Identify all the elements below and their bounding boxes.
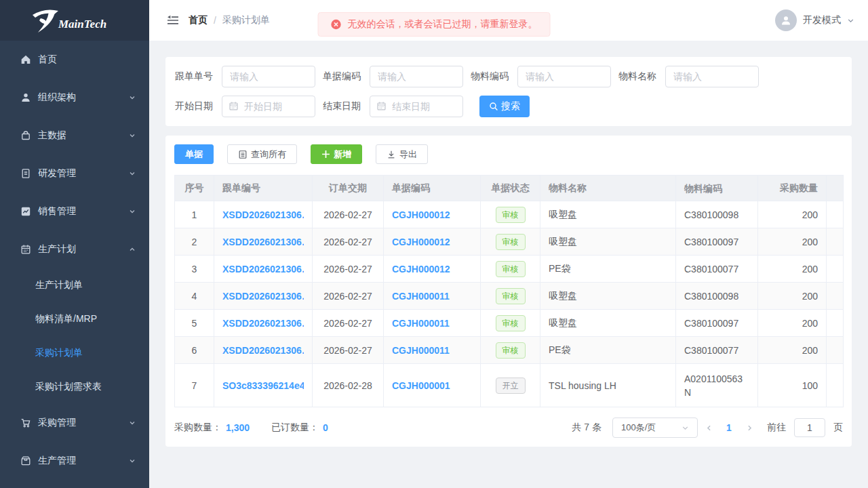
ordered-qty-value: 0 [323,422,328,433]
download-icon [387,150,396,159]
sidebar-subitem-bom-mrp[interactable]: 物料清单/MRP [0,302,149,336]
ordered-qty-label: 已订数量： [271,422,319,434]
doc-code-link[interactable]: CGJH000012 [392,209,472,220]
prev-page-button[interactable] [698,424,719,432]
sidebar-item-home[interactable]: 首页 [0,41,149,79]
document-icon [20,168,31,179]
goto-page: 前往 页 [767,418,843,437]
material-name-cell: 吸塑盘 [540,201,676,228]
query-all-button[interactable]: 查询所有 [227,144,297,164]
tracking-no-link[interactable]: XSDD2026021306… [222,291,304,302]
app-root: MainTech 首页 组织架构 主数据 研发管理 [0,0,868,488]
sidebar-item-label: 组织架构 [38,92,76,104]
toolbar: 单据 查询所有 新增 导出 [174,144,843,164]
table-row[interactable]: 6 XSDD2026021306… 2026-02-27 CGJH000011 … [175,337,844,364]
sidebar-item-purchase-management[interactable]: 采购管理 [0,404,149,442]
fold-icon [167,15,179,26]
sidebar-subitem-purchase-plan-demand[interactable]: 采购计划需求表 [0,370,149,404]
chevron-left-icon [705,424,713,432]
sidebar-item-sales-management[interactable]: 销售管理 [0,192,149,230]
breadcrumb-home[interactable]: 首页 [189,14,208,26]
doc-code-link[interactable]: CGJH000012 [392,264,472,274]
status-badge: 审核 [496,261,526,277]
sidebar-item-production-plan[interactable]: 生产计划 [0,230,149,268]
table-row[interactable]: 1 XSDD2026021306… 2026-02-27 CGJH000012 … [175,201,844,228]
pagination: 共 7 条 100条/页 1 前往 [572,418,843,438]
filter-panel: 跟单单号 单据编码 物料编码 物料名称 开始日期 结束日期 [165,57,852,126]
tracking-no-link[interactable]: SO3c833396214e40 [222,380,304,391]
tracking-no-link[interactable]: XSDD2026021306… [222,209,304,220]
table-row[interactable]: 5 XSDD2026021306… 2026-02-27 CGJH000011 … [175,310,844,337]
table-row[interactable]: 2 XSDD2026021306… 2026-02-27 CGJH000012 … [175,228,844,256]
search-button[interactable]: 搜索 [479,96,530,117]
table-row[interactable]: 4 XSDD2026021306… 2026-02-27 CGJH000011 … [175,283,844,310]
sidebar-item-organization[interactable]: 组织架构 [0,79,149,117]
sidebar-item-label: 主数据 [38,129,66,142]
purchase-qty-cell: 200 [758,201,827,228]
material-code-input[interactable] [517,66,611,87]
sidebar-subitem-purchase-plan-order[interactable]: 采购计划单 [0,336,149,370]
column-header-purchase-qty: 采购数量 [758,176,827,201]
breadcrumb-current: 采购计划单 [222,14,270,26]
avatar [775,9,797,31]
breadcrumb: 首页 / 采购计划单 [189,14,270,26]
column-header-status: 单据状态 [481,176,540,201]
sidebar-item-production-management[interactable]: 生产管理 [0,442,149,480]
next-page-button[interactable] [738,424,760,432]
documents-button[interactable]: 单据 [174,144,214,164]
sidebar-item-label: 首页 [38,54,57,66]
sidebar-fold-button[interactable] [167,15,179,26]
row-index: 7 [175,364,214,407]
extra-cell [827,256,844,283]
page-number-1[interactable]: 1 [719,422,738,433]
due-date-cell: 2026-02-27 [313,283,384,310]
calendar-icon [229,101,239,111]
page-size-select[interactable]: 100条/页 [612,418,698,438]
table-panel: 单据 查询所有 新增 导出 [165,136,852,447]
breadcrumb-separator: / [214,15,216,26]
tracking-no-link[interactable]: XSDD2026021306… [222,345,304,356]
table-footer: 采购数量： 1,300 已订数量： 0 共 7 条 100条/页 [174,418,843,438]
extra-cell [827,310,844,337]
status-badge: 审核 [496,288,526,304]
sidebar-subitem-production-plan-order[interactable]: 生产计划单 [0,268,149,302]
export-button[interactable]: 导出 [376,144,428,164]
doc-code-link[interactable]: CGJH000011 [392,318,472,329]
doc-code-input[interactable] [370,66,463,87]
add-button[interactable]: 新增 [311,144,362,164]
row-index: 4 [175,283,214,310]
filter-label-material-name: 物料名称 [618,70,658,83]
column-header-material-code: 物料编码 [676,176,758,201]
material-name-input[interactable] [665,66,759,87]
chevron-down-icon [129,94,136,101]
tracking-no-input[interactable] [222,66,315,87]
user-icon [20,92,31,103]
row-index: 1 [175,201,214,228]
material-code-cell: C380100098 [676,201,758,228]
doc-code-link[interactable]: CGJH000011 [392,345,472,356]
table-row[interactable]: 3 XSDD2026021306… 2026-02-27 CGJH000012 … [175,256,844,283]
user-menu[interactable]: 开发模式 [775,9,854,31]
extra-cell [827,228,844,256]
sidebar-item-rd-management[interactable]: 研发管理 [0,155,149,192]
material-name-cell: PE袋 [540,337,676,364]
filter-row-1: 跟单单号 单据编码 物料编码 物料名称 [175,66,842,87]
status-badge: 审核 [496,234,526,250]
column-header-extra [827,176,844,201]
sidebar-menu: 首页 组织架构 主数据 研发管理 销售管理 [0,41,149,480]
goto-page-input[interactable] [794,418,825,437]
doc-code-link[interactable]: CGJH000011 [392,291,472,302]
start-date-picker [222,96,315,117]
doc-code-link[interactable]: CGJH000001 [392,380,472,391]
tracking-no-link[interactable]: XSDD2026021306… [222,318,304,329]
tracking-no-link[interactable]: XSDD2026021306… [222,264,304,274]
tracking-no-link[interactable]: XSDD2026021306… [222,237,304,247]
doc-code-link[interactable]: CGJH000012 [392,237,472,247]
user-name: 开发模式 [803,14,841,26]
add-button-label: 新增 [334,148,351,161]
purchase-qty-cell: 200 [758,228,827,256]
table-row[interactable]: 7 SO3c833396214e40 2026-02-28 CGJH000001… [175,364,844,407]
material-code-cell: C380100077 [676,337,758,364]
sidebar-item-master-data[interactable]: 主数据 [0,117,149,155]
material-name-cell: 吸塑盘 [540,228,676,256]
